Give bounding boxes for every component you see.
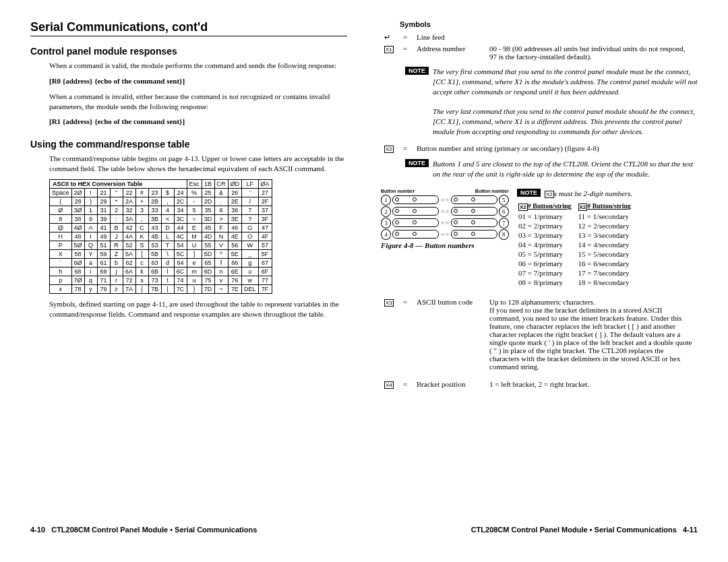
var-x1: X1 — [384, 46, 394, 53]
note-badge: NOTE — [405, 67, 429, 75]
footer-text-right: CTL208CM Control Panel Module • Serial C… — [471, 526, 677, 534]
para-valid: When a command is valid, the module perf… — [49, 61, 347, 71]
symbols-table-2: X2 = Button number and string (primary o… — [381, 142, 698, 155]
footer-text-left: CTL208CM Control Panel Module • Serial C… — [51, 526, 257, 534]
symbols-table: ↵ = Line feed X1 = Address number 00 - 9… — [381, 31, 698, 63]
note-badge: NOTE — [405, 159, 429, 167]
note-2: NOTE Buttons 1 and 5 are closest to the … — [405, 159, 698, 179]
main-heading: Serial Communications, cont'd — [30, 20, 347, 36]
btn-num-label-right: Button number — [475, 189, 509, 193]
var-x3: X3 — [384, 299, 394, 307]
code-valid: [R0 {address} {echo of the command sent}… — [49, 76, 347, 86]
figure-caption: Figure 4-8 — Button numbers — [381, 241, 509, 249]
page-num-left: 4-10 — [30, 526, 45, 534]
symbols-heading: Symbols — [400, 20, 698, 28]
para-table-intro: The command/response table begins on pag… — [49, 154, 347, 174]
sym-linefeed: ↵ — [382, 32, 400, 42]
page-footer: 4-10 CTL208CM Control Panel Module • Ser… — [0, 526, 728, 534]
note-1: NOTE The very first command that you sen… — [405, 67, 698, 137]
page-num-right: 4-11 — [683, 526, 698, 534]
ascii-hex-table: ASCII to HEX Conversion TableEsc1BCRØDLF… — [49, 179, 272, 294]
button-string-table: X2# Button/stringX2# Button/string01 = 1… — [517, 201, 638, 287]
subhead-table: Using the command/response table — [30, 139, 347, 150]
button-figure-block: Button number Button number 1○ ○52○ ○63○… — [381, 189, 698, 288]
var-x2: X2 — [384, 146, 394, 153]
para-symbols-ref: Symbols, defined starting on page 4-11, … — [49, 299, 347, 319]
right-page: Symbols ↵ = Line feed X1 = Address numbe… — [381, 20, 698, 512]
var-x4: X4 — [384, 381, 394, 389]
note-badge: NOTE — [517, 189, 541, 197]
code-invalid: [R1 {address} {echo of the command sent}… — [49, 117, 347, 127]
subhead-responses: Control panel module responses — [30, 46, 347, 57]
para-invalid: When a command is invalid, either becaus… — [49, 92, 347, 112]
btn-num-label-left: Button number — [381, 189, 415, 193]
left-page: Serial Communications, cont'd Control pa… — [30, 20, 347, 512]
button-diagram: Button number Button number 1○ ○52○ ○63○… — [381, 189, 509, 288]
symbols-table-3: X3 = ASCII button code Up to 128 alphanu… — [381, 296, 698, 391]
button-string-tables: NOTE X2s must be 2-digit numbers. X2# Bu… — [517, 189, 698, 288]
